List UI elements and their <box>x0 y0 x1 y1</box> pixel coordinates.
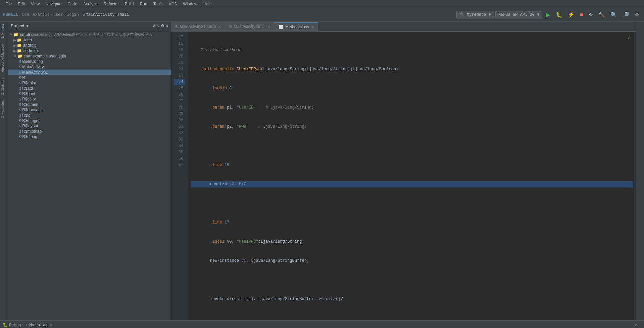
expand-icon[interactable]: ⇅ <box>157 23 160 29</box>
tab-bar: S MainActivity$1.smali ✕ S MainActivity.… <box>171 22 636 32</box>
device-selector[interactable]: 🔌 Myremote ▼ <box>456 11 494 18</box>
breadcrumb-file[interactable]: MainActivity.smali <box>86 12 129 17</box>
tree-r[interactable]: S R <box>8 75 171 80</box>
tab-mainactivity1[interactable]: S MainActivity$1.smali ✕ <box>171 22 225 31</box>
code-lines[interactable]: # virtual methods .method public CheckID… <box>188 32 636 320</box>
menu-navigate[interactable]: Navigate <box>43 1 64 7</box>
tab-method-class[interactable]: ⬜ Method.class ✕ <box>275 22 318 31</box>
search-button[interactable]: 🔎 <box>621 10 631 19</box>
tab2-close[interactable]: ✕ <box>267 25 270 29</box>
settings-button[interactable]: ⚙ <box>633 10 641 19</box>
rattr-s-icon: S <box>19 86 21 90</box>
tree-rdimen[interactable]: S R$dimen <box>8 102 171 107</box>
rinteger-s-icon: S <box>19 119 21 123</box>
analyze-button[interactable]: 🔍 <box>608 10 619 19</box>
com-folder-icon: 📁 <box>17 54 22 58</box>
menu-view[interactable]: View <box>28 1 42 7</box>
debug-settings-icon[interactable]: ⚙ <box>635 323 638 328</box>
tree-android[interactable]: ▶ 📁 android <box>8 43 171 48</box>
tab-favorites[interactable]: 2: Favorites <box>0 98 8 121</box>
tree-mainactivity[interactable]: S MainActivity <box>8 64 171 70</box>
line-27: .local v0, "RealPwd":Ljava/lang/String; <box>191 239 633 245</box>
tab-project[interactable]: 1: Project <box>0 22 8 41</box>
tree-rstring[interactable]: S R$string <box>8 134 171 139</box>
breadcrumb-project[interactable]: smali <box>6 12 18 17</box>
line-24: const/4 v0, 0x0 <box>191 181 633 188</box>
tree-rlayout[interactable]: S R$layout <box>8 123 171 129</box>
tree-rcolor[interactable]: S R$color <box>8 96 171 102</box>
ranim-label: R$anim <box>22 81 36 85</box>
menu-run[interactable]: Run <box>137 1 150 7</box>
debug-icon-small: 🐛 <box>3 323 8 328</box>
tree-ranim[interactable]: S R$anim <box>8 80 171 86</box>
code-editor[interactable]: 17 18 19 20 21 22 23 24 25 26 27 28 29 3… <box>171 32 636 320</box>
r-s-icon: S <box>19 76 21 80</box>
tree-buildconfig[interactable]: S BuildConfig <box>8 59 171 64</box>
debug-button[interactable]: 🐛 <box>554 10 564 19</box>
breadcrumb-user[interactable]: user <box>53 12 63 17</box>
root-label: smali <box>20 32 30 37</box>
tab-structure[interactable]: 2: Structure <box>0 75 8 98</box>
run-button[interactable]: ▶ <box>544 10 552 20</box>
run-controls: 🔌 Myremote ▼ Nexus 6P API 30 ▼ ▶ 🐛 ⚡ ■ ↻… <box>456 10 641 20</box>
menu-analyze[interactable]: Analyze <box>81 1 100 7</box>
tree-rmipmap[interactable]: S R$mipmap <box>8 129 171 134</box>
menu-vcs[interactable]: VCS <box>166 1 180 7</box>
breadcrumb-example[interactable]: example <box>33 12 49 17</box>
tree-rinteger[interactable]: S R$integer <box>8 118 171 123</box>
tree-com-example[interactable]: ▼ 📁 com.example.user.login <box>8 53 171 59</box>
rcolor-s-icon: S <box>19 97 21 101</box>
breadcrumb: ▣ smali › com › example › user › login ›… <box>3 12 129 17</box>
menu-edit[interactable]: Edit <box>15 1 28 7</box>
breadcrumb-com[interactable]: com <box>21 12 29 17</box>
menu-file[interactable]: File <box>3 1 14 7</box>
rcolor-label: R$color <box>22 97 36 101</box>
project-actions: ⊕ ⇅ ⚙ ✕ <box>153 23 168 29</box>
rdrawable-s-icon: S <box>19 108 21 112</box>
menu-help[interactable]: Help <box>201 1 214 7</box>
mainactivity1-label: MainActivity$1 <box>22 70 48 75</box>
menu-tools[interactable]: Tools <box>151 1 165 7</box>
android-expand-icon: ▶ <box>13 44 16 47</box>
tree-rid[interactable]: S R$id <box>8 113 171 118</box>
debug-session-name[interactable]: Myremote <box>29 323 49 328</box>
mainactivity-label: MainActivity <box>22 65 44 69</box>
menu-refactor[interactable]: Refactor <box>101 1 121 7</box>
tree-rbool[interactable]: S R$bool <box>8 91 171 96</box>
tree-root[interactable]: ▼ 📁 smali sources root, D:\MyFiles\课程\大三… <box>8 32 171 37</box>
tree-idea[interactable]: ▶ 📁 .idea <box>8 37 171 43</box>
rlayout-s-icon: S <box>19 124 21 128</box>
tree-androidx[interactable]: ▶ 📁 androidx <box>8 48 171 53</box>
menu-code[interactable]: Code <box>65 1 80 7</box>
rdimen-s-icon: S <box>19 102 21 107</box>
mainactivity-s-icon: S <box>19 65 21 69</box>
settings-icon[interactable]: ⚙ <box>161 23 164 29</box>
tree-mainactivity1[interactable]: S MainActivity$1 <box>8 70 171 75</box>
right-sidebar <box>636 22 644 320</box>
tree-rattr[interactable]: S R$attr <box>8 86 171 91</box>
breadcrumb-login[interactable]: login <box>67 12 79 17</box>
profile-button[interactable]: ⚡ <box>566 10 577 19</box>
menu-build[interactable]: Build <box>122 1 137 7</box>
r-label: R <box>22 75 25 80</box>
close-icon[interactable]: ✕ <box>165 23 168 29</box>
line-18: .method public CheckIDPwd(Ljava/lang/Str… <box>191 66 633 73</box>
build-button[interactable]: 🔨 <box>596 10 607 19</box>
tab-mainactivity[interactable]: S MainActivity.smali ✕ <box>225 22 275 31</box>
project-icon: ▣ <box>3 12 5 17</box>
tree-rdrawable[interactable]: S R$drawable <box>8 107 171 113</box>
stop-button[interactable]: ■ <box>578 10 585 19</box>
androidx-folder-icon: 📁 <box>17 48 22 53</box>
android-folder-icon: 📁 <box>17 43 22 48</box>
sync-button[interactable]: ↻ <box>587 10 595 19</box>
locate-icon[interactable]: ⊕ <box>153 23 155 29</box>
tab-resource-manager[interactable]: Resource Manager <box>0 41 8 75</box>
nexus-selector[interactable]: Nexus 6P API 30 ▼ <box>495 11 542 18</box>
ranim-s-icon: S <box>19 81 21 85</box>
tab3-close[interactable]: ✕ <box>311 25 314 29</box>
debug-session-close[interactable]: ✕ <box>50 323 52 328</box>
debug-minimize-icon[interactable]: — <box>639 323 641 328</box>
menu-window[interactable]: Window <box>180 1 200 7</box>
rbool-label: R$bool <box>22 91 35 96</box>
tab1-close[interactable]: ✕ <box>218 25 221 29</box>
